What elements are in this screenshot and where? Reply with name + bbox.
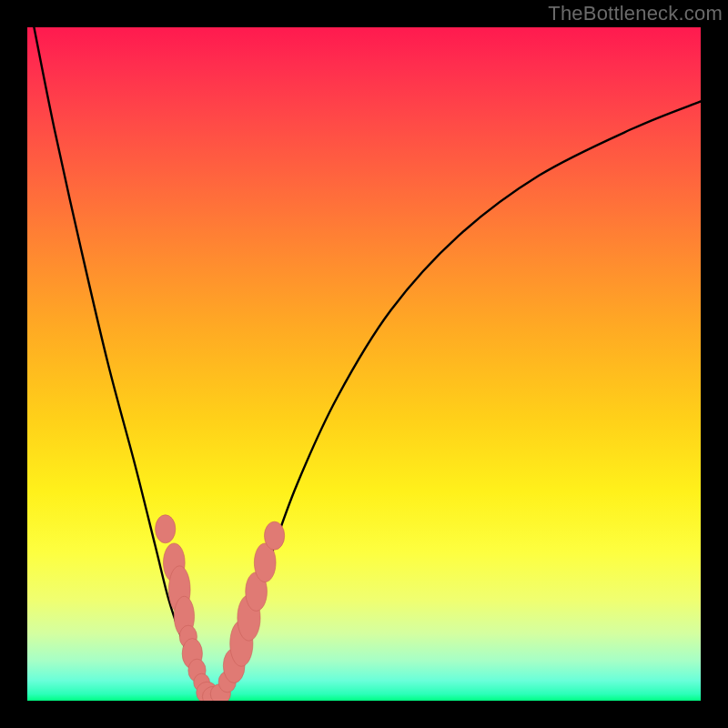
highlight-marker xyxy=(156,515,176,543)
curve-layer xyxy=(27,27,701,701)
watermark-text: TheBottleneck.com xyxy=(548,2,723,25)
plot-area xyxy=(27,27,701,701)
marker-group xyxy=(156,515,285,701)
highlight-marker xyxy=(264,521,284,550)
chart-frame: TheBottleneck.com xyxy=(0,0,728,728)
bottleneck-curve xyxy=(34,27,701,697)
